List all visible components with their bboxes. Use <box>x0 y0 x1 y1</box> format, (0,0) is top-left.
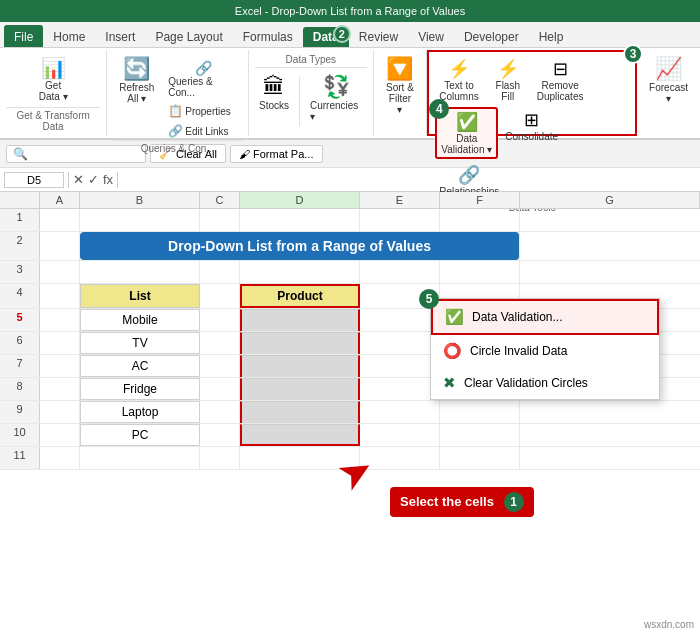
dropdown-item-clear-circles[interactable]: ✖ Clear Validation Circles <box>431 367 659 399</box>
col-header-c[interactable]: C <box>200 192 240 208</box>
cell-c6[interactable] <box>200 332 240 354</box>
cell-b9[interactable]: Laptop <box>80 401 200 423</box>
cell-d7[interactable] <box>240 355 360 377</box>
cell-c5[interactable] <box>200 309 240 331</box>
cell-f10[interactable] <box>440 424 520 446</box>
data-validation-button[interactable]: 4 ✅ DataValidation ▾ <box>435 107 498 159</box>
cell-b10[interactable]: PC <box>80 424 200 446</box>
cell-e6[interactable] <box>360 332 440 354</box>
cell-e7[interactable] <box>360 355 440 377</box>
cell-a10[interactable] <box>40 424 80 446</box>
dropdown-item-data-validation[interactable]: ✅ Data Validation... <box>431 299 659 335</box>
cell-ref-input[interactable] <box>4 172 64 188</box>
cell-c4[interactable] <box>200 284 240 308</box>
tab-view[interactable]: View <box>408 27 454 47</box>
properties-button[interactable]: 📋 Properties <box>164 102 242 120</box>
cell-a9[interactable] <box>40 401 80 423</box>
cell-b5[interactable]: Mobile <box>80 309 200 331</box>
refresh-all-button[interactable]: 🔄 RefreshAll ▾ <box>113 54 160 106</box>
formula-cancel-icon[interactable]: ✕ <box>73 172 84 187</box>
cell-f9[interactable] <box>440 401 520 423</box>
cell-e3[interactable] <box>360 261 440 283</box>
tab-data[interactable]: Data 2 <box>303 27 349 47</box>
cell-d3[interactable] <box>240 261 360 283</box>
title-text: Excel - Drop-Down List from a Range of V… <box>235 5 465 17</box>
col-header-e[interactable]: E <box>360 192 440 208</box>
cell-a8[interactable] <box>40 378 80 400</box>
tab-home[interactable]: Home <box>43 27 95 47</box>
col-header-b[interactable]: B <box>80 192 200 208</box>
text-columns-icon: ⚡ <box>448 58 470 80</box>
cell-b3[interactable] <box>80 261 200 283</box>
cell-b1[interactable] <box>80 209 200 231</box>
stocks-button[interactable]: 🏛 Stocks <box>255 72 293 113</box>
remove-duplicates-button[interactable]: ⊟ RemoveDuplicates <box>533 56 588 104</box>
cell-a6[interactable] <box>40 332 80 354</box>
col-header-a[interactable]: A <box>40 192 80 208</box>
cell-d9[interactable] <box>240 401 360 423</box>
cell-g3[interactable] <box>520 261 700 283</box>
tab-file[interactable]: File <box>4 25 43 47</box>
formula-fx-icon[interactable]: fx <box>103 172 113 187</box>
col-header-f[interactable]: F <box>440 192 520 208</box>
col-header-d[interactable]: D <box>240 192 360 208</box>
formula-confirm-icon[interactable]: ✓ <box>88 172 99 187</box>
tab-developer[interactable]: Developer <box>454 27 529 47</box>
tab-review[interactable]: Review <box>349 27 408 47</box>
cell-a7[interactable] <box>40 355 80 377</box>
cell-c7[interactable] <box>200 355 240 377</box>
edit-links-button[interactable]: 🔗 Edit Links <box>164 122 242 140</box>
tab-page-layout[interactable]: Page Layout <box>145 27 232 47</box>
cell-a2[interactable] <box>40 232 80 260</box>
cell-a3[interactable] <box>40 261 80 283</box>
cell-c3[interactable] <box>200 261 240 283</box>
tab-formulas[interactable]: Formulas <box>233 27 303 47</box>
sort-filter-button[interactable]: 🔽 Sort &Filter ▾ <box>380 54 421 117</box>
cell-d6[interactable] <box>240 332 360 354</box>
tab-help[interactable]: Help <box>529 27 574 47</box>
cell-f1[interactable] <box>440 209 520 231</box>
col-header-g[interactable]: G <box>520 192 700 208</box>
cell-d1[interactable] <box>240 209 360 231</box>
cell-c10[interactable] <box>200 424 240 446</box>
cell-d5[interactable] <box>240 309 360 331</box>
cell-b6[interactable]: TV <box>80 332 200 354</box>
cell-c8[interactable] <box>200 378 240 400</box>
cell-a11[interactable] <box>40 447 80 469</box>
cell-g11[interactable] <box>520 447 700 469</box>
cell-c1[interactable] <box>200 209 240 231</box>
cell-c9[interactable] <box>200 401 240 423</box>
cell-f11[interactable] <box>440 447 520 469</box>
flash-fill-button[interactable]: ⚡ FlashFill <box>486 56 530 104</box>
format-pa-button[interactable]: 🖌 Format Pa... <box>230 145 323 163</box>
cell-d10[interactable] <box>240 424 360 446</box>
cell-d8[interactable] <box>240 378 360 400</box>
currencies-button[interactable]: 💱 Currencies ▾ <box>306 72 367 124</box>
cell-a5[interactable] <box>40 309 80 331</box>
cell-c11[interactable] <box>200 447 240 469</box>
cell-e9[interactable] <box>360 401 440 423</box>
dropdown-item-circle-invalid[interactable]: ⭕ Circle Invalid Data <box>431 335 659 367</box>
cell-b7[interactable]: AC <box>80 355 200 377</box>
cell-g2[interactable] <box>520 232 700 260</box>
text-to-columns-button[interactable]: ⚡ Text toColumns <box>435 56 482 104</box>
cell-b11[interactable] <box>80 447 200 469</box>
cell-e11[interactable] <box>360 447 440 469</box>
consolidate-button[interactable]: ⊞ Consolidate <box>501 107 562 144</box>
cell-e10[interactable] <box>360 424 440 446</box>
get-data-button[interactable]: 📊 GetData ▾ <box>35 54 72 104</box>
cell-a1[interactable] <box>40 209 80 231</box>
cell-f3[interactable] <box>440 261 520 283</box>
flash-fill-icon: ⚡ <box>497 58 519 80</box>
cell-e5[interactable] <box>360 309 440 331</box>
cell-g10[interactable] <box>520 424 700 446</box>
queries-connections-button[interactable]: 🔗 Queries & Con... <box>164 58 242 100</box>
cell-e1[interactable] <box>360 209 440 231</box>
forecast-button[interactable]: 📈 Forecast▾ <box>643 54 694 106</box>
tab-insert[interactable]: Insert <box>95 27 145 47</box>
cell-b8[interactable]: Fridge <box>80 378 200 400</box>
cell-g9[interactable] <box>520 401 700 423</box>
cell-a4[interactable] <box>40 284 80 308</box>
cell-g1[interactable] <box>520 209 700 231</box>
cell-e8[interactable] <box>360 378 440 400</box>
